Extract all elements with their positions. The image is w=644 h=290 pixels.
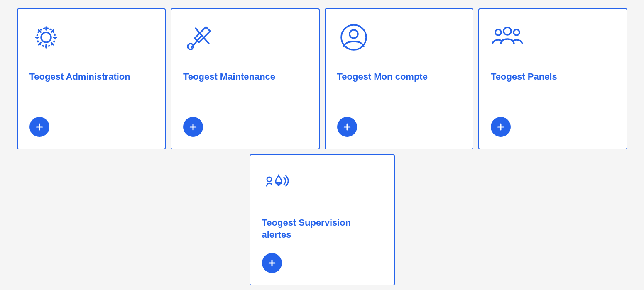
- gear-icon: [29, 21, 63, 58]
- svg-point-11: [504, 27, 511, 35]
- card-administration-title: Teogest Administration: [29, 71, 130, 83]
- card-mon-compte: Teogest Mon compte: [325, 8, 474, 149]
- card-supervision: Teogest Supervision alertes: [250, 154, 395, 285]
- card-supervision-title: Teogest Supervision alertes: [262, 217, 382, 241]
- wrench-cross-icon: [183, 21, 216, 58]
- svg-point-7: [341, 25, 366, 50]
- svg-point-16: [267, 177, 272, 182]
- card-panels-add-button[interactable]: [491, 117, 511, 137]
- card-row-1: Teogest Administration Teo: [17, 8, 627, 149]
- card-panels: Teogest Panels: [478, 8, 627, 149]
- card-administration: Teogest Administration: [17, 8, 166, 149]
- main-container: Teogest Administration Teo: [9, 0, 636, 290]
- card-administration-add-button[interactable]: [29, 117, 49, 137]
- supervision-icon: [262, 167, 295, 205]
- card-panels-title: Teogest Panels: [491, 71, 557, 83]
- user-circle-icon: [337, 21, 370, 58]
- card-maintenance-add-button[interactable]: [183, 117, 203, 137]
- card-maintenance-title: Teogest Maintenance: [183, 71, 275, 83]
- svg-point-12: [495, 29, 501, 35]
- card-mon-compte-title: Teogest Mon compte: [337, 71, 428, 83]
- svg-point-13: [514, 29, 519, 35]
- svg-point-8: [350, 30, 358, 38]
- card-row-2: Teogest Supervision alertes: [17, 154, 627, 285]
- card-supervision-add-button[interactable]: [262, 253, 282, 273]
- card-maintenance: Teogest Maintenance: [171, 8, 320, 149]
- card-mon-compte-add-button[interactable]: [337, 117, 357, 137]
- svg-point-0: [41, 32, 51, 42]
- group-icon: [491, 21, 524, 58]
